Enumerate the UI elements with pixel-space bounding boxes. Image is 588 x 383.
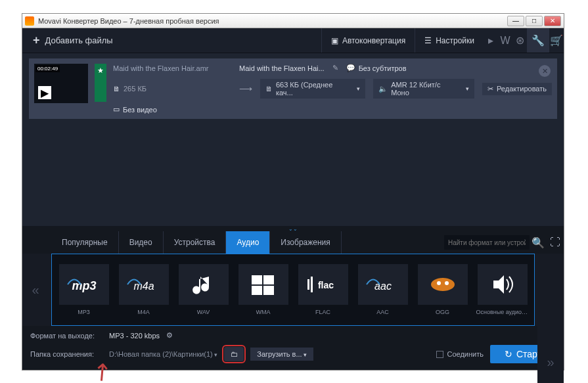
autoconvert-button[interactable]: ▣ Автоконвертация: [321, 28, 415, 53]
key-icon[interactable]: 🔧: [527, 28, 549, 53]
collapse-handle[interactable]: ⌄⌄: [22, 226, 564, 231]
app-icon: [25, 16, 34, 26]
svg-point-11: [437, 281, 441, 285]
svg-point-10: [431, 278, 455, 291]
browse-folder-button[interactable]: 🗀: [224, 347, 244, 361]
checkbox-icon: [436, 351, 443, 358]
doc-icon: 🗎: [265, 85, 273, 93]
svg-text:flac: flac: [317, 280, 333, 290]
format-ogg[interactable]: OGG: [415, 264, 470, 315]
file-name: Maid with the Flaxen Hair.amr: [113, 64, 231, 72]
doc-icon: 🗎: [113, 85, 120, 93]
search-icon[interactable]: 🔍: [530, 231, 547, 254]
tab-audio[interactable]: Аудио: [226, 231, 270, 254]
camera-icon: ▣: [331, 36, 338, 45]
svg-rect-7: [307, 279, 309, 290]
tab-images[interactable]: Изображения: [270, 231, 341, 254]
gear-icon[interactable]: ⚙: [166, 331, 173, 340]
svg-text:m4a: m4a: [133, 281, 154, 292]
video-icon: ▭: [113, 105, 120, 114]
format-wav[interactable]: WAV: [175, 264, 231, 315]
speaker-icon: 🔈: [378, 85, 388, 93]
globe-icon[interactable]: ⊛: [512, 28, 527, 53]
subtitle-icon: 💬: [346, 64, 355, 72]
tab-popular[interactable]: Популярные: [51, 231, 119, 254]
arrow-icon: ⟶: [239, 83, 252, 94]
edit-button[interactable]: ✂Редактировать: [482, 83, 552, 95]
folder-icon: 🗀: [231, 350, 238, 358]
subtitles-info[interactable]: 💬Без субтитров: [346, 64, 407, 72]
minimize-button[interactable]: —: [507, 16, 524, 26]
play-icon[interactable]: ▶: [38, 86, 51, 99]
svg-rect-4: [252, 286, 262, 295]
output-folder-label: Папка сохранения:: [30, 350, 102, 358]
remove-file-button[interactable]: ✕: [539, 65, 551, 77]
svg-text:aac: aac: [374, 281, 392, 292]
star-badge: ★: [95, 64, 106, 102]
tab-devices[interactable]: Устройства: [164, 231, 227, 254]
svg-point-12: [445, 281, 449, 285]
expand-icon[interactable]: ⛶: [547, 231, 564, 254]
format-aac[interactable]: aacAAC: [355, 264, 411, 315]
window-title: Movavi Конвертер Видео – 7-дневная пробн…: [38, 17, 507, 25]
close-button[interactable]: ✕: [544, 16, 561, 26]
svg-rect-8: [311, 277, 313, 292]
formats-next-button[interactable]: »: [537, 326, 564, 383]
duration-badge: 00:02:49: [35, 65, 60, 72]
file-name-out: Maid with the Flaxen Hai...: [239, 64, 325, 72]
refresh-icon: ↻: [505, 349, 512, 359]
formats-prev-button[interactable]: «: [22, 254, 49, 326]
join-checkbox[interactable]: Соединить: [436, 350, 484, 358]
format-basic-audio[interactable]: Основные аудиоф...: [474, 264, 530, 315]
formats-list: mp3MP3 m4aM4A WAV WMA flacFLAC aacAAC OG…: [51, 254, 535, 326]
output-folder-dropdown[interactable]: D:\Новая папка (2)\Картинки(1): [109, 350, 217, 358]
format-m4a[interactable]: m4aM4A: [116, 264, 171, 315]
upload-to-button[interactable]: Загрузить в...: [250, 348, 313, 361]
svg-rect-5: [263, 286, 274, 295]
no-video-info: ▭Без видео: [113, 105, 157, 114]
cart-icon[interactable]: 🛒: [549, 28, 564, 53]
svg-rect-3: [263, 275, 274, 284]
output-format-value: MP3 - 320 kbps: [109, 332, 160, 340]
svg-rect-2: [252, 275, 262, 284]
size-in: 🗎265 КБ: [113, 85, 231, 93]
vk-icon[interactable]: W: [498, 28, 512, 53]
main-toolbar: Добавить файлы ▣ Автоконвертация ☰ Настр…: [22, 28, 564, 53]
tab-video[interactable]: Видео: [119, 231, 164, 254]
format-search-input[interactable]: [444, 235, 530, 250]
format-wma[interactable]: WMA: [235, 264, 291, 315]
settings-button[interactable]: ☰ Настройки: [415, 28, 484, 53]
audio-format-dropdown[interactable]: 🔈AMR 12 Кбит/с Моно: [373, 79, 474, 99]
pencil-icon[interactable]: ✎: [332, 64, 338, 72]
menu-icon: ☰: [424, 36, 432, 45]
format-tabs: Популярные Видео Устройства Аудио Изобра…: [22, 231, 564, 254]
output-size-dropdown[interactable]: 🗎663 КБ (Среднее кач...: [260, 79, 365, 99]
file-item[interactable]: 00:02:49 ▶ ★ Maid with the Flaxen Hair.a…: [29, 58, 557, 119]
app-window: Movavi Конвертер Видео – 7-дневная пробн…: [22, 13, 564, 371]
maximize-button[interactable]: □: [526, 16, 543, 26]
file-thumbnail: 00:02:49 ▶: [34, 64, 88, 103]
add-files-button[interactable]: Добавить файлы: [22, 28, 124, 53]
svg-text:mp3: mp3: [72, 279, 96, 292]
scissors-icon: ✂: [487, 85, 493, 93]
format-flac[interactable]: flacFLAC: [295, 264, 351, 315]
format-mp3[interactable]: mp3MP3: [56, 264, 112, 315]
titlebar: Movavi Конвертер Видео – 7-дневная пробн…: [22, 14, 564, 28]
youtube-icon[interactable]: ▸: [484, 28, 498, 53]
output-format-label: Формат на выходе:: [30, 332, 102, 340]
